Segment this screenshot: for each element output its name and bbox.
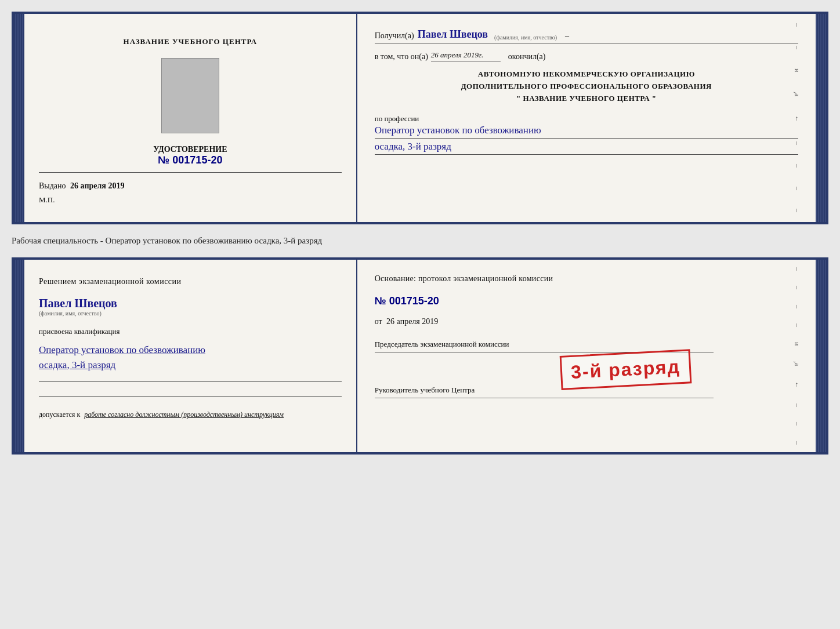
between-label: Рабочая специальность - Оператор установ…	[12, 235, 828, 247]
top-doc-right-panel: Получил(а) Павел Швецов (фамилия, имя, о…	[357, 14, 816, 222]
bottom-name-block: Павел Швецов (фамилия, имя, отчество)	[39, 297, 117, 317]
bottom-spine-right	[816, 260, 826, 452]
sig-line-2	[39, 396, 342, 397]
qualification-text: присвоена квалификация	[39, 327, 120, 336]
issued-line: Выдано 26 апреля 2019	[39, 181, 342, 191]
profession-bottom: Оператор установок по обезвоживанию осад…	[39, 343, 205, 372]
sig-line-1	[39, 381, 342, 382]
decision-title: Решением экзаменационной комиссии	[39, 277, 182, 286]
head-sig-line	[375, 398, 714, 398]
bottom-document: Решением экзаменационной комиссии Павел …	[12, 257, 828, 455]
top-document: НАЗВАНИЕ УЧЕБНОГО ЦЕНТРА УДОСТОВЕРЕНИЕ №…	[12, 12, 828, 224]
basis-title: Основание: протокол экзаменационной коми…	[375, 274, 798, 283]
top-left-title: НАЗВАНИЕ УЧЕБНОГО ЦЕНТРА	[124, 37, 258, 46]
cert-number: № 001715-20	[153, 154, 227, 166]
cert-number-block: УДОСТОВЕРЕНИЕ № 001715-20	[153, 145, 227, 166]
org-block: АВТОНОМНУЮ НЕКОММЕРЧЕСКУЮ ОРГАНИЗАЦИЮ ДО…	[375, 68, 798, 104]
chairman-block: Председатель экзаменационной комиссии	[375, 339, 798, 355]
spine-right	[816, 14, 826, 222]
допуск-line: допускается к работе согласно должностны…	[39, 410, 284, 419]
spine-left	[14, 14, 24, 222]
stamp: 3-й разряд	[559, 349, 691, 390]
protocol-number: № 001715-20	[375, 295, 798, 307]
bottom-spine-left	[14, 260, 24, 452]
recipient-line: Получил(а) Павел Швецов (фамилия, имя, о…	[375, 28, 798, 43]
profession-block: по профессии Оператор установок по обезв…	[375, 111, 798, 155]
bottom-doc-left-panel: Решением экзаменационной комиссии Павел …	[24, 260, 357, 452]
photo-placeholder	[161, 58, 219, 133]
protocol-date: от 26 апреля 2019	[375, 317, 798, 326]
mp-label: М.П.	[39, 195, 342, 205]
cert-label: УДОСТОВЕРЕНИЕ	[153, 145, 227, 154]
top-doc-left-panel: НАЗВАНИЕ УЧЕБНОГО ЦЕНТРА УДОСТОВЕРЕНИЕ №…	[24, 14, 357, 222]
bottom-doc-right-panel: Основание: протокол экзаменационной коми…	[357, 260, 816, 452]
bottom-right-decoration: – – – – и ,а ← – – –	[792, 260, 801, 452]
confirm-line: в том, что он(а) 26 апреля 2019г. окончи…	[375, 50, 798, 61]
